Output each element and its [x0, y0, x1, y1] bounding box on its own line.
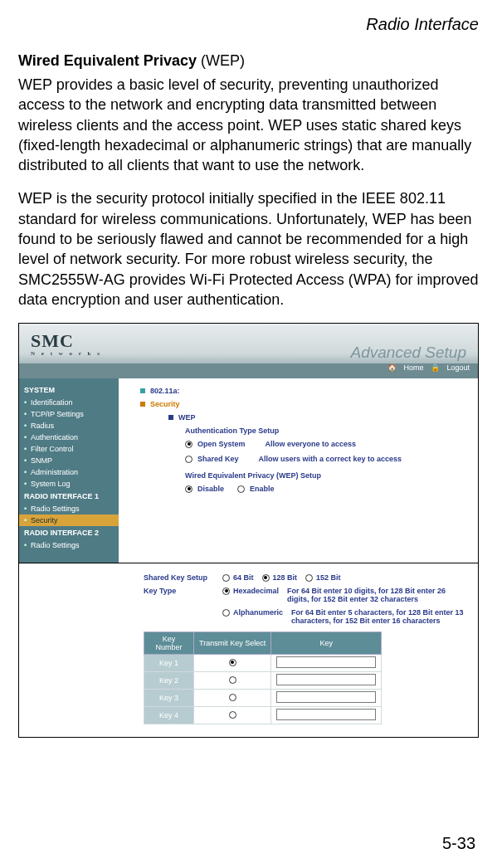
spacer — [144, 608, 214, 617]
heading-wep: WEP — [178, 413, 196, 422]
radio-hex[interactable] — [222, 588, 230, 595]
home-link[interactable]: 🏠 Home — [387, 363, 424, 372]
radio-transmit-key1[interactable] — [229, 659, 236, 666]
radio-shared-key[interactable] — [185, 456, 192, 463]
auth-open-row: Open System Allow everyone to access — [185, 440, 478, 448]
sidebar-item-authentication[interactable]: Authentication — [19, 432, 119, 443]
paragraph-2: WEP is the security protocol initially s… — [18, 188, 479, 310]
bullet-icon — [140, 402, 145, 407]
key-row-2: Key 2 — [144, 672, 382, 690]
sidebar-item-admin[interactable]: Administration — [19, 466, 119, 478]
logout-label: Logout — [446, 363, 470, 372]
key-row-1: Key 1 — [144, 655, 382, 672]
heading-80211a: 802.11a: — [150, 387, 180, 395]
open-system-label: Open System — [197, 440, 246, 448]
key2-input[interactable] — [276, 674, 376, 685]
radio-alpha[interactable] — [222, 609, 230, 617]
logo-subtext: N e t w o r k s — [31, 350, 102, 357]
radio-transmit-key4[interactable] — [229, 711, 236, 719]
open-system-desc: Allow everyone to access — [266, 440, 357, 448]
keytype-hex-row: Key Type Hexadecimal For 64 Bit enter 10… — [144, 587, 470, 603]
page-header: Radio Interface — [18, 15, 479, 34]
sidebar-item-filter[interactable]: Filter Control — [19, 443, 119, 455]
shared-key-row: Shared Key Setup 64 Bit 128 Bit 152 Bit — [144, 573, 470, 582]
sidebar-item-radio1[interactable]: Radio Settings — [19, 503, 119, 514]
smc-logo: SMC N e t w o r k s — [31, 330, 102, 357]
sidebar-system-head: SYSTEM — [19, 383, 119, 397]
key1-input[interactable] — [276, 656, 376, 668]
home-bar: 🏠 Home 🔒 Logout — [19, 363, 478, 378]
disable-label: Disable — [197, 485, 224, 493]
sidebar-item-radio2[interactable]: Radio Settings — [19, 539, 119, 551]
key-row-3: Key 3 — [144, 690, 382, 707]
label-128bit: 128 Bit — [273, 573, 298, 582]
radio-open-system[interactable] — [185, 441, 192, 448]
bullet-icon — [140, 388, 145, 393]
alpha-desc: For 64 Bit enter 5 characters, for 128 B… — [291, 608, 470, 625]
heading-security: Security — [150, 400, 180, 408]
advanced-setup-label: Advanced Setup — [351, 344, 466, 362]
sidebar-item-identification[interactable]: Identification — [19, 397, 119, 408]
sidebar: SYSTEM Identification TCP/IP Settings Ra… — [19, 378, 119, 563]
th-key-number: Key Number — [144, 632, 194, 655]
label-hex: Hexadecimal — [233, 587, 279, 595]
auth-shared-row: Shared Key Allow users with a correct ke… — [185, 455, 478, 463]
title-bold: Wired Equivalent Privacy — [18, 52, 197, 69]
sidebar-ri2-head: RADIO INTERFACE 2 — [19, 526, 119, 539]
sidebar-ri1-head: RADIO INTERFACE 1 — [19, 490, 119, 503]
key4-input[interactable] — [276, 709, 376, 720]
enable-label: Enable — [250, 485, 275, 493]
app-topbar: SMC N e t w o r k s Advanced Setup 🏠 Hom… — [19, 324, 478, 378]
key3-label: Key 3 — [144, 690, 194, 707]
shared-key-label: Shared Key — [197, 455, 239, 463]
paragraph-1: WEP provides a basic level of security, … — [18, 75, 479, 175]
sidebar-item-syslog[interactable]: System Log — [19, 478, 119, 490]
auth-type-title: Authentication Type Setup — [185, 427, 478, 435]
keytype-alpha-row: Alphanumeric For 64 Bit enter 5 characte… — [144, 608, 470, 625]
hex-desc: For 64 Bit enter 10 digits, for 128 Bit … — [287, 587, 470, 603]
label-152bit: 152 Bit — [316, 573, 341, 582]
sidebar-item-security[interactable]: Security — [19, 514, 119, 526]
section-title: Wired Equivalent Privacy (WEP) — [18, 52, 479, 70]
shared-key-desc: Allow users with a correct key to access — [259, 455, 402, 463]
label-64bit: 64 Bit — [233, 573, 254, 582]
key1-label: Key 1 — [144, 655, 194, 672]
main-panel: 802.11a: Security WEP Authentication Typ… — [119, 378, 478, 563]
wep-setup-title: Wired Equivalent Privacy (WEP) Setup — [185, 471, 478, 480]
logo-text: SMC — [31, 330, 74, 351]
home-label: Home — [403, 363, 423, 372]
title-rest: (WEP) — [197, 52, 245, 69]
key-type-label: Key Type — [144, 587, 214, 595]
screenshot-upper: SMC N e t w o r k s Advanced Setup 🏠 Hom… — [18, 323, 479, 563]
radio-wep-enable[interactable] — [237, 485, 245, 493]
key4-label: Key 4 — [144, 707, 194, 724]
th-transmit-key: Transmit Key Select — [194, 632, 271, 655]
radio-128bit[interactable] — [262, 574, 270, 582]
sidebar-item-snmp[interactable]: SNMP — [19, 455, 119, 466]
key-table: Key Number Transmit Key Select Key Key 1… — [144, 631, 382, 724]
th-key: Key — [271, 632, 382, 655]
radio-wep-disable[interactable] — [185, 485, 192, 493]
sidebar-item-radius[interactable]: Radius — [19, 420, 119, 432]
shared-key-setup-label: Shared Key Setup — [144, 573, 214, 582]
logout-link[interactable]: 🔒 Logout — [431, 363, 470, 372]
key3-input[interactable] — [276, 691, 376, 703]
sidebar-item-tcpip[interactable]: TCP/IP Settings — [19, 408, 119, 420]
key2-label: Key 2 — [144, 672, 194, 690]
wep-enable-row: Disable Enable — [185, 485, 478, 493]
page-number: 5-33 — [442, 834, 475, 853]
radio-64bit[interactable] — [222, 574, 230, 582]
key-row-4: Key 4 — [144, 707, 382, 724]
radio-152bit[interactable] — [305, 574, 313, 582]
bullet-icon — [168, 415, 173, 420]
radio-transmit-key3[interactable] — [229, 694, 236, 701]
radio-transmit-key2[interactable] — [229, 676, 236, 684]
label-alpha: Alphanumeric — [233, 608, 283, 617]
screenshot-lower: Shared Key Setup 64 Bit 128 Bit 152 Bit … — [18, 563, 479, 738]
